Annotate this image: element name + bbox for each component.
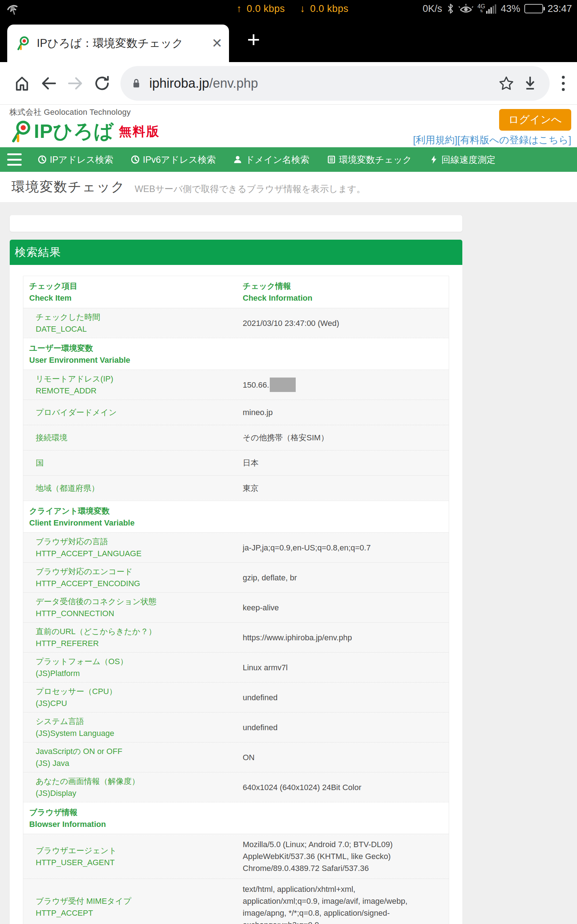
status-bar: ↑ 0.0 kbps ↓ 0.0 kbps 0K/s 4G⇅ bbox=[0, 0, 577, 17]
row-value-header: チェック情報Check Information bbox=[234, 276, 449, 308]
row-value: undefined bbox=[234, 683, 449, 712]
nav-item-env-check[interactable]: 環境変数チェック bbox=[327, 154, 412, 166]
company-name: 株式会社 Geolocation Technology bbox=[10, 107, 422, 118]
row-label-en: REMOTE_ADDR bbox=[36, 385, 231, 397]
table-row: リモートアドレス(IP)REMOTE_ADDR150.66. bbox=[23, 370, 449, 399]
logo-text: IPひろば bbox=[34, 118, 114, 145]
url-domain: iphiroba.jp bbox=[149, 76, 209, 90]
row-label: あなたの画面情報（解像度）(JS)Display bbox=[23, 772, 234, 802]
bluetooth-icon bbox=[446, 3, 455, 15]
globe-icon bbox=[131, 155, 140, 164]
row-label-ja: ブラウザ対応のエンコード bbox=[36, 565, 231, 577]
row-label: プラットフォーム（OS）(JS)Platform bbox=[23, 653, 234, 682]
nav-label: IPアドレス検索 bbox=[50, 154, 113, 166]
browser-tab[interactable]: IPひろば：環境変数チェック ✕ bbox=[7, 24, 229, 62]
url-omnibox[interactable]: iphiroba.jp/env.php bbox=[121, 66, 550, 101]
browser-toolbar: iphiroba.jp/env.php bbox=[0, 62, 577, 105]
table-row: プロバイダードメインmineo.jp bbox=[23, 399, 449, 425]
nav-item-ipv6-search[interactable]: IPv6アドレス検索 bbox=[131, 154, 216, 166]
row-label: データ受信後のコネクション状態HTTP_CONNECTION bbox=[23, 593, 234, 622]
row-value-text: Mozilla/5.0 (Linux; Android 7.0; BTV-DL0… bbox=[243, 838, 429, 874]
overflow-menu-button[interactable] bbox=[556, 71, 571, 95]
row-value: keep-alive bbox=[234, 593, 449, 622]
row-label: ブラウザエージェントHTTP_USER_AGENT bbox=[23, 834, 234, 879]
row-label: ブラウザ受付 MIMEタイプHTTP_ACCEPT bbox=[23, 879, 234, 924]
nav-item-ip-search[interactable]: IPアドレス検索 bbox=[37, 154, 113, 166]
row-value-text: ON bbox=[243, 751, 255, 763]
table-row: データ受信後のコネクション状態HTTP_CONNECTIONkeep-alive bbox=[23, 592, 449, 622]
row-value: text/html, application/xhtml+xml, applic… bbox=[234, 879, 449, 924]
tab-close-icon[interactable]: ✕ bbox=[212, 37, 222, 50]
home-button[interactable] bbox=[10, 71, 34, 95]
new-tab-button[interactable]: + bbox=[241, 27, 266, 53]
nav-item-speed-test[interactable]: 回線速度測定 bbox=[429, 154, 495, 166]
result-header: 検索結果 bbox=[10, 240, 462, 265]
upload-speed: 0.0 kbps bbox=[247, 3, 285, 15]
main-nav: IPアドレス検索 IPv6アドレス検索 ドメイン名検索 環境変数チェック 回線速… bbox=[0, 147, 577, 172]
site-logo[interactable]: IPひろば 無料版 bbox=[10, 118, 422, 145]
reload-button[interactable] bbox=[90, 71, 114, 95]
row-label-ja: JavaScriptの ON or OFF bbox=[36, 745, 231, 757]
paid-version-link[interactable]: [有料版への登録はこちら] bbox=[457, 135, 571, 145]
row-value-text: gzip, deflate, br bbox=[243, 572, 297, 584]
table-row: プロセッサー（CPU）(JS)CPUundefined bbox=[23, 682, 449, 712]
logo-badge-free: 無料版 bbox=[119, 123, 160, 140]
bolt-icon bbox=[429, 155, 438, 164]
row-label: プロバイダードメイン bbox=[23, 400, 234, 425]
row-value-text: keep-alive bbox=[243, 602, 279, 614]
ad-placeholder bbox=[10, 215, 462, 232]
row-value-text: text/html, application/xhtml+xml, applic… bbox=[243, 883, 429, 924]
table-section-row: ブラウザ情報Blowser Information bbox=[23, 802, 449, 834]
nav-item-domain-search[interactable]: ドメイン名検索 bbox=[233, 154, 309, 166]
row-value-text: Linux armv7l bbox=[243, 662, 288, 674]
row-label-en: (JS) Java bbox=[36, 757, 231, 769]
row-label-en: DATE_LOCAL bbox=[36, 323, 231, 335]
nav-label: 環境変数チェック bbox=[339, 154, 412, 166]
status-icons: 0K/s 4G⇅ 43% 23:47 bbox=[423, 3, 572, 15]
row-value: 日本 bbox=[234, 451, 449, 475]
row-value bbox=[234, 501, 449, 532]
forward-button[interactable] bbox=[63, 71, 87, 95]
result-panel: チェック項目Check Itemチェック情報Check Informationチ… bbox=[10, 265, 462, 924]
row-value-text: 東京 bbox=[243, 482, 259, 494]
download-button[interactable] bbox=[520, 71, 540, 95]
redacted-ip-box bbox=[270, 378, 296, 392]
row-value: gzip, deflate, br bbox=[234, 563, 449, 592]
table-row: システム言語(JS)System Languageundefined bbox=[23, 712, 449, 742]
row-label-en: HTTP_ACCEPT_LANGUAGE bbox=[36, 548, 231, 559]
row-label: ブラウザ対応のエンコードHTTP_ACCEPT_ENCODING bbox=[23, 563, 234, 592]
row-label: ブラウザ対応の言語HTTP_ACCEPT_LANGUAGE bbox=[23, 533, 234, 562]
row-label-en: User Environment Variable bbox=[29, 354, 231, 366]
login-button[interactable]: ログインへ bbox=[499, 109, 571, 131]
bookmark-star-button[interactable] bbox=[496, 71, 516, 95]
hamburger-menu-icon[interactable] bbox=[7, 153, 22, 166]
nav-label: 回線速度測定 bbox=[442, 154, 495, 166]
row-label-en: HTTP_CONNECTION bbox=[36, 607, 231, 619]
row-label: チェックした時間DATE_LOCAL bbox=[23, 308, 234, 338]
row-label-en: Blowser Information bbox=[29, 818, 231, 830]
tab-strip: IPひろば：環境変数チェック ✕ + bbox=[0, 17, 577, 62]
row-label: 地域（都道府県） bbox=[23, 476, 234, 501]
row-label-ja: リモートアドレス(IP) bbox=[36, 373, 231, 385]
terms-link[interactable]: [利用規約] bbox=[413, 135, 457, 145]
row-label-ja: ブラウザエージェント bbox=[36, 845, 231, 856]
nav-label: IPv6アドレス検索 bbox=[143, 154, 216, 166]
upload-arrow-icon: ↑ bbox=[237, 3, 242, 15]
eye-comfort-icon bbox=[459, 3, 473, 15]
row-label: 国 bbox=[23, 451, 234, 475]
row-label: システム言語(JS)System Language bbox=[23, 712, 234, 742]
row-value bbox=[234, 802, 449, 834]
back-button[interactable] bbox=[37, 71, 61, 95]
row-label-ja: プラットフォーム（OS） bbox=[36, 656, 231, 667]
table-row: ブラウザ対応のエンコードHTTP_ACCEPT_ENCODINGgzip, de… bbox=[23, 562, 449, 592]
result-table: チェック項目Check Itemチェック情報Check Informationチ… bbox=[23, 276, 449, 924]
row-label-ja: データ受信後のコネクション状態 bbox=[36, 596, 231, 607]
lock-icon[interactable] bbox=[130, 76, 143, 90]
person-icon bbox=[233, 155, 242, 164]
row-value: その他携帯（格安SIM） bbox=[234, 425, 449, 450]
row-label-ja: ユーザー環境変数 bbox=[29, 342, 231, 354]
url-text[interactable]: iphiroba.jp/env.php bbox=[149, 76, 493, 91]
network-type: 4G bbox=[477, 3, 485, 10]
wifi-icon bbox=[5, 2, 20, 16]
row-label-ja: 接続環境 bbox=[36, 432, 231, 444]
